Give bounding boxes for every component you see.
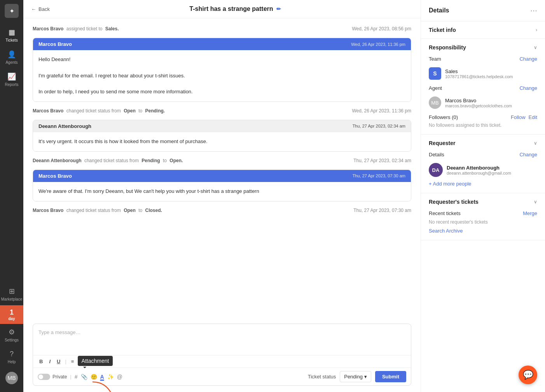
ticket-status-value: Pending: [344, 374, 363, 380]
requester-email: deeann.attenborough@gmail.com: [447, 171, 511, 175]
back-icon: ←: [31, 6, 36, 12]
agents-icon: 👤: [7, 50, 16, 59]
requester-header[interactable]: Requester ∨: [421, 135, 545, 152]
merge-link[interactable]: Merge: [523, 210, 537, 216]
attachment-wrapper: 📎 Attachment: [81, 374, 87, 380]
followers-actions: Follow Edit: [511, 114, 537, 120]
magic-icon[interactable]: ✨: [107, 374, 114, 380]
chat-icon: 💬: [523, 370, 533, 380]
message-sender: Deeann Attenborough: [38, 123, 91, 129]
requester-avatar: DA: [429, 163, 443, 177]
message-body: It's very urgent. It occurs this is how …: [33, 132, 411, 151]
underline-button[interactable]: U: [55, 358, 62, 365]
ticket-info-header[interactable]: Ticket info ›: [421, 21, 545, 38]
requesters-tickets-header[interactable]: Requester's tickets ∨: [421, 193, 545, 210]
mention-icon[interactable]: @: [117, 374, 122, 380]
responsibility-header[interactable]: Responsibility ∨: [421, 39, 545, 56]
edit-title-icon[interactable]: ✏: [276, 6, 281, 12]
requester-change-link[interactable]: Change: [519, 152, 537, 158]
requester-row: DA Deeann Attenborough deeann.attenborou…: [429, 163, 537, 177]
bubble-header: Marcos Bravo Thu, 27 Apr 2023, 07:30 am: [33, 170, 411, 182]
followers-row: Followers (0) Follow Edit: [429, 114, 537, 120]
no-followers-text: No followers assigned to this ticket.: [429, 122, 537, 128]
ticket-status-label: Ticket status: [308, 374, 336, 380]
edit-followers-link[interactable]: Edit: [529, 114, 537, 120]
private-switch[interactable]: [38, 374, 50, 380]
compose-actions: Ticket status Pending ▾ Submit: [308, 371, 406, 382]
bubble-header: Marcos Bravo Wed, 26 Apr 2023, 11:36 pm: [33, 38, 411, 50]
italic-button[interactable]: I: [47, 358, 52, 365]
requester-details-row: Details Change: [429, 152, 537, 158]
compose-input[interactable]: Type a message…: [33, 324, 411, 355]
sidebar: ✦ ▦ Tickets 👤 Agents 📈 Reports ⊞ Marketp…: [0, 0, 23, 392]
sidebar-item-reports[interactable]: 📈 Reports: [0, 68, 23, 91]
followers-label: Followers (0): [429, 114, 458, 120]
emoji-icon[interactable]: 🙂: [91, 374, 97, 380]
event-target: Sales.: [105, 26, 119, 32]
responsibility-section: Responsibility ∨ Team Change S Sales 107…: [421, 39, 545, 135]
agent-email: marcos.bravo@getcoolclothes.com: [445, 103, 512, 108]
system-event: Marcos Bravo changed ticket status from …: [33, 206, 411, 215]
attachment-icon[interactable]: 📎: [81, 374, 87, 380]
team-row: S Sales 1078717861@tickets.helpdesk.com: [429, 67, 537, 80]
back-button[interactable]: ← Back: [31, 6, 50, 12]
message-bubble-agent: Marcos Bravo Wed, 26 Apr 2023, 11:36 pm …: [33, 38, 411, 102]
ticket-info-label: Ticket info: [429, 27, 456, 33]
message-body: Hello Deeann! I'm grateful for the email…: [33, 50, 411, 102]
sidebar-item-settings-label: Settings: [5, 338, 19, 342]
reports-icon: 📈: [7, 72, 16, 81]
event-timestamp: Wed, 26 Apr 2023, 08:56 pm: [352, 26, 411, 32]
compose-icons: # 📎 Attachment: [75, 374, 122, 380]
search-archive-link[interactable]: Search Archive: [429, 228, 463, 234]
bold-button[interactable]: B: [38, 358, 44, 365]
sidebar-item-settings[interactable]: ⚙ Settings: [0, 324, 23, 346]
message-compose: Type a message… B I U | ≡ ≣ | 🔗 🖼 Privat…: [33, 324, 411, 386]
team-change-link[interactable]: Change: [519, 56, 537, 62]
no-recent-tickets-text: No recent requester's tickets: [429, 219, 537, 225]
responsibility-chevron: ∨: [534, 45, 537, 50]
compose-placeholder: Type a message…: [38, 329, 80, 335]
ticket-info-section: Ticket info ›: [421, 21, 545, 39]
requesters-tickets-section: Requester's tickets ∨ Recent tickets Mer…: [421, 193, 545, 240]
sidebar-item-user[interactable]: MB: [0, 368, 23, 388]
sidebar-item-marketplace[interactable]: ⊞ Marketplace: [0, 283, 23, 305]
bullet-list-button[interactable]: ≡: [70, 358, 76, 365]
add-more-people-link[interactable]: + Add more people: [429, 181, 472, 187]
submit-button[interactable]: Submit: [375, 371, 406, 382]
details-label: Details: [429, 152, 444, 158]
system-event: Marcos Bravo changed ticket status from …: [33, 107, 411, 115]
message-timestamp: Thu, 27 Apr 2023, 02:34 am: [353, 124, 405, 128]
user-avatar: MB: [5, 372, 18, 384]
message-bubble-agent: Marcos Bravo Thu, 27 Apr 2023, 07:30 am …: [33, 170, 411, 201]
hashtag-icon[interactable]: #: [75, 374, 78, 380]
sidebar-item-agents[interactable]: 👤 Agents: [0, 46, 23, 68]
panel-options-icon[interactable]: ⋯: [530, 6, 537, 15]
bubble-header: Deeann Attenborough Thu, 27 Apr 2023, 02…: [33, 120, 411, 132]
follow-link[interactable]: Follow: [511, 114, 526, 120]
agent-avatar: MB: [429, 96, 441, 109]
recent-tickets-label: Recent tickets: [429, 210, 461, 216]
text-color-icon[interactable]: A: [100, 374, 104, 380]
private-label: Private: [52, 374, 67, 380]
sidebar-item-tickets[interactable]: ▦ Tickets: [0, 24, 23, 46]
logo[interactable]: ✦: [5, 4, 19, 18]
event-actor: Marcos Bravo: [33, 208, 63, 213]
event-timestamp: Thu, 27 Apr 2023, 02:34 am: [353, 158, 411, 163]
event-actor: Deeann Attenborough: [33, 158, 82, 163]
sidebar-item-reports-label: Reports: [5, 82, 18, 87]
ticket-status-select[interactable]: Pending ▾: [340, 371, 371, 382]
topbar: ← Back T-shirt has a strange pattern ✏: [23, 0, 421, 18]
chat-fab-button[interactable]: 💬: [519, 366, 537, 384]
sidebar-item-help[interactable]: ? Help: [0, 346, 23, 368]
requester-label: Requester: [429, 140, 455, 146]
team-name: Sales: [445, 68, 513, 74]
tickets-icon: ▦: [9, 28, 15, 37]
sidebar-item-tickets-label: Tickets: [5, 38, 17, 42]
settings-icon: ⚙: [9, 328, 15, 336]
day-badge: 1 day: [0, 305, 23, 324]
message-body: We're aware of that. I'm sorry Deeann, b…: [33, 182, 411, 201]
agent-change-link[interactable]: Change: [519, 85, 537, 91]
requesters-tickets-chevron: ∨: [534, 199, 537, 205]
message-timestamp: Thu, 27 Apr 2023, 07:30 am: [353, 173, 405, 178]
event-timestamp: Thu, 27 Apr 2023, 07:30 am: [353, 208, 411, 213]
